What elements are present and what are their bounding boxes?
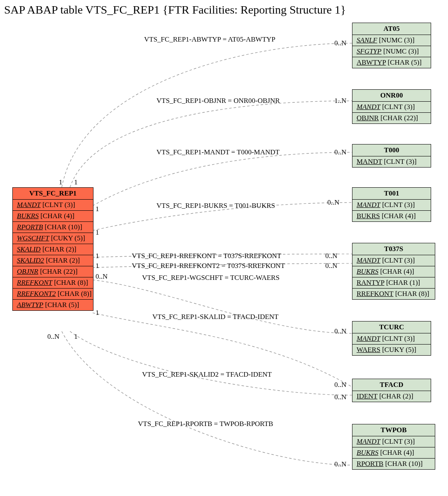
entity-header: T000	[352, 144, 431, 156]
entity-field: RREFKONT [CHAR (8)]	[352, 289, 435, 299]
entity-vts-fc-rep1: VTS_FC_REP1 MANDT [CLNT (3)] BUKRS [CHAR…	[12, 187, 93, 311]
entity-header: TCURC	[352, 321, 431, 333]
relation-label: VTS_FC_REP1-RREFKONT2 = T037S-RREFKONT	[132, 262, 285, 270]
entity-field: SANLF [NUMC (3)]	[352, 35, 431, 46]
entity-header: T001	[352, 188, 431, 200]
entity-field: SKALID [CHAR (2)]	[13, 244, 93, 255]
page-title: SAP ABAP table VTS_FC_REP1 {FTR Faciliti…	[4, 3, 346, 16]
cardinality: 0..N	[325, 252, 337, 260]
cardinality: 0..N	[334, 39, 346, 47]
entity-field: MANDT [CLNT (3)]	[352, 200, 431, 211]
entity-field: WGSCHFT [CUKY (5)]	[13, 233, 93, 244]
entity-onr00: ONR00 MANDT [CLNT (3)] OBJNR [CHAR (22)]	[352, 89, 431, 124]
cardinality: 1	[96, 309, 99, 317]
entity-t037s: T037S MANDT [CLNT (3)] BUKRS [CHAR (4)] …	[352, 243, 435, 300]
cardinality: 1..N	[334, 97, 346, 105]
cardinality: 0..N	[47, 333, 59, 341]
cardinality: 1	[96, 252, 99, 260]
entity-field: OBJNR [CHAR (22)]	[13, 266, 93, 277]
entity-field: MANDT [CLNT (3)]	[352, 156, 431, 167]
entity-field: BUKRS [CHAR (4)]	[13, 211, 93, 222]
entity-field: WAERS [CUKY (5)]	[352, 345, 431, 355]
entity-at05: AT05 SANLF [NUMC (3)] SFGTYP [NUMC (3)] …	[352, 23, 431, 68]
cardinality: 0..N	[334, 327, 346, 335]
relation-label: VTS_FC_REP1-RPORTB = TWPOB-RPORTB	[138, 420, 273, 428]
entity-field: RPORTB [CHAR (10)]	[352, 459, 435, 469]
cardinality: 0..N	[334, 393, 346, 401]
relation-label: VTS_FC_REP1-BUKRS = T001-BUKRS	[156, 202, 275, 210]
cardinality: 0..N	[96, 272, 107, 281]
entity-field: RREFKONT [CHAR (8)]	[13, 277, 93, 289]
cardinality: 1	[59, 178, 63, 186]
cardinality: 1	[96, 228, 99, 237]
cardinality: 0..N	[325, 262, 337, 270]
entity-field: BUKRS [CHAR (4)]	[352, 211, 431, 221]
entity-header: T037S	[352, 243, 435, 255]
entity-field: MANDT [CLNT (3)]	[352, 255, 435, 266]
cardinality: 1	[74, 178, 78, 186]
relation-label: VTS_FC_REP1-OBJNR = ONR00-OBJNR	[156, 97, 280, 105]
entity-field: MANDT [CLNT (3)]	[352, 436, 435, 447]
cardinality: 0..N	[334, 148, 346, 156]
entity-field: ABWTYP [CHAR (5)]	[13, 300, 93, 310]
cardinality: 0..N	[334, 460, 346, 468]
entity-field: SFGTYP [NUMC (3)]	[352, 46, 431, 57]
cardinality: 1	[74, 333, 78, 341]
relation-label: VTS_FC_REP1-WGSCHFT = TCURC-WAERS	[142, 274, 280, 282]
entity-field: RPORTB [CHAR (10)]	[13, 222, 93, 233]
relation-label: VTS_FC_REP1-SKALID = TFACD-IDENT	[152, 313, 278, 321]
entity-tcurc: TCURC MANDT [CLNT (3)] WAERS [CUKY (5)]	[352, 321, 431, 356]
relation-label: VTS_FC_REP1-SKALID2 = TFACD-IDENT	[142, 370, 272, 379]
relation-label: VTS_FC_REP1-ABWTYP = AT05-ABWTYP	[144, 35, 275, 44]
entity-header: TFACD	[352, 379, 431, 391]
entity-header: ONR00	[352, 90, 431, 102]
entity-field: MANDT [CLNT (3)]	[352, 102, 431, 113]
entity-field: MANDT [CLNT (3)]	[352, 333, 431, 345]
entity-t000: T000 MANDT [CLNT (3)]	[352, 144, 431, 168]
entity-t001: T001 MANDT [CLNT (3)] BUKRS [CHAR (4)]	[352, 187, 431, 222]
entity-field: MANDT [CLNT (3)]	[13, 200, 93, 211]
entity-field: ABWTYP [CHAR (5)]	[352, 57, 431, 68]
entity-field: BUKRS [CHAR (4)]	[352, 266, 435, 277]
entity-twpob: TWPOB MANDT [CLNT (3)] BUKRS [CHAR (4)] …	[352, 424, 435, 470]
cardinality: 0..N	[334, 381, 346, 389]
relation-label: VTS_FC_REP1-RREFKONT = T037S-RREFKONT	[132, 252, 281, 260]
cardinality: 1	[96, 262, 99, 270]
entity-field: BUKRS [CHAR (4)]	[352, 447, 435, 459]
entity-header: AT05	[352, 23, 431, 35]
entity-field: IDENT [CHAR (2)]	[352, 391, 431, 402]
entity-tfacd: TFACD IDENT [CHAR (2)]	[352, 379, 431, 402]
entity-field: RREFKONT2 [CHAR (8)]	[13, 289, 93, 300]
entity-field: OBJNR [CHAR (22)]	[352, 113, 431, 123]
entity-field: SKALID2 [CHAR (2)]	[13, 255, 93, 266]
entity-field: RANTYP [CHAR (1)]	[352, 277, 435, 289]
relation-label: VTS_FC_REP1-MANDT = T000-MANDT	[156, 148, 280, 156]
cardinality: 0..N	[327, 198, 339, 207]
cardinality: 1	[96, 205, 99, 213]
entity-header: TWPOB	[352, 424, 435, 436]
entity-header: VTS_FC_REP1	[13, 188, 93, 200]
